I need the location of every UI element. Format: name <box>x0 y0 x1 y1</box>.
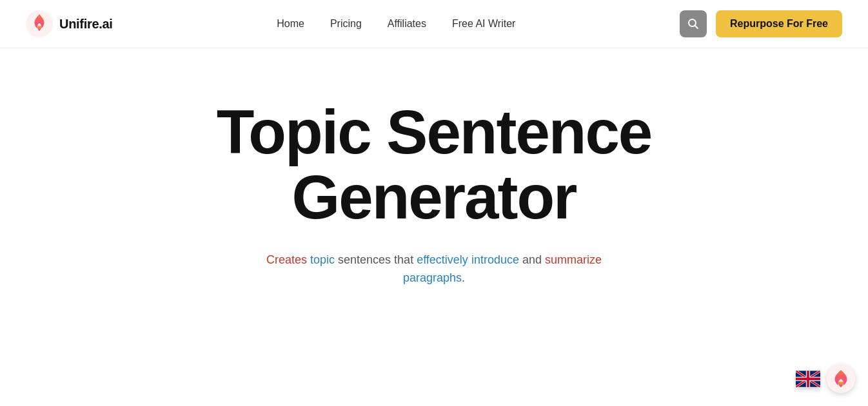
nav-link-pricing[interactable]: Pricing <box>330 18 362 30</box>
hero-title: Topic Sentence Generator <box>217 100 651 230</box>
nav-links: Home Pricing Affiliates Free AI Writer <box>277 18 515 30</box>
language-flag-widget[interactable] <box>796 370 820 388</box>
bottom-widgets <box>796 365 855 393</box>
brand-logo-icon <box>26 10 53 37</box>
svg-line-2 <box>695 26 698 29</box>
hero-subtitle: Creates topic sentences that effectively… <box>266 251 602 288</box>
navbar-actions: Repurpose For Free <box>680 10 842 37</box>
chat-widget[interactable] <box>827 365 855 393</box>
search-button[interactable] <box>680 10 707 37</box>
nav-link-affiliates[interactable]: Affiliates <box>388 18 426 30</box>
nav-link-home[interactable]: Home <box>277 18 304 30</box>
brand-name: Unifire.ai <box>59 17 113 32</box>
search-icon <box>687 18 699 30</box>
repurpose-button[interactable]: Repurpose For Free <box>716 10 842 37</box>
navbar: Unifire.ai Home Pricing Affiliates Free … <box>0 0 868 48</box>
hero-section: Topic Sentence Generator Creates topic s… <box>0 48 868 326</box>
brand-logo-link[interactable]: Unifire.ai <box>26 10 113 37</box>
nav-link-free-ai-writer[interactable]: Free AI Writer <box>452 18 515 30</box>
